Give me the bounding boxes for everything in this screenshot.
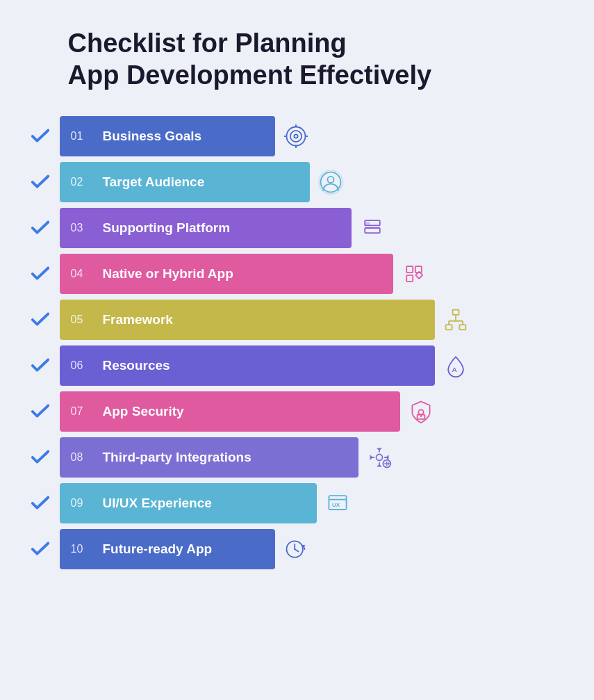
list-item: 06 Resources A (26, 345, 568, 386)
item-number: 08 (71, 451, 90, 464)
list-item: 05 Framework (26, 300, 568, 340)
item-number: 01 (71, 130, 90, 143)
checklist: 01 Business Goals 02 Target Audience (26, 116, 568, 569)
checkmark-icon (26, 356, 54, 375)
svg-rect-13 (406, 266, 413, 272)
main-container: Checklist for Planning App Development E… (26, 28, 568, 569)
list-item: 10 Future-ready App (26, 529, 568, 569)
list-item: 02 Target Audience (26, 162, 568, 202)
item-label: Business Goals (103, 129, 202, 144)
list-item: 08 Third-party Integrations (26, 437, 568, 478)
item-icon (367, 445, 392, 470)
item-icon (318, 170, 343, 195)
item-icon (402, 261, 427, 286)
list-item: 03 Supporting Platform (26, 208, 568, 248)
list-item: 01 Business Goals (26, 116, 568, 156)
bar-item: 08 Third-party Integrations (60, 437, 358, 478)
svg-point-1 (290, 131, 301, 142)
checkmark-icon (26, 172, 54, 192)
item-label: Resources (103, 358, 170, 373)
item-number: 03 (71, 222, 90, 234)
bar-item: 07 App Security (60, 391, 400, 432)
bar-item: 10 Future-ready App (60, 529, 275, 569)
checkmark-icon (26, 494, 54, 513)
item-label: Native or Hybrid App (103, 266, 233, 282)
bar-item: 09 UI/UX Experience (60, 483, 317, 523)
page-title: Checklist for Planning App Development E… (68, 28, 568, 91)
item-icon (409, 399, 434, 424)
item-label: Target Audience (103, 174, 205, 190)
svg-point-0 (286, 127, 305, 146)
checkmark-icon (26, 402, 54, 421)
bar-item: 04 Native or Hybrid App (60, 254, 393, 294)
svg-rect-19 (459, 325, 465, 329)
bar-item: 05 Framework (60, 300, 435, 340)
item-icon (283, 124, 308, 149)
svg-point-2 (294, 134, 297, 138)
checkmark-icon (26, 218, 54, 238)
svg-point-8 (327, 177, 333, 183)
item-icon (283, 537, 308, 562)
checkmark-icon (26, 448, 54, 467)
item-icon: UX (325, 491, 350, 516)
item-icon: A (443, 353, 468, 378)
svg-text:UX: UX (331, 503, 340, 509)
item-icon (360, 215, 385, 241)
svg-rect-17 (452, 310, 459, 315)
checkmark-icon (26, 264, 54, 284)
item-number: 02 (71, 176, 90, 188)
item-number: 06 (71, 359, 90, 372)
item-label: UI/UX Experience (103, 496, 212, 511)
item-icon (443, 307, 468, 332)
svg-rect-18 (445, 325, 452, 329)
item-number: 10 (71, 543, 90, 555)
item-number: 07 (71, 405, 90, 418)
svg-text:A: A (452, 366, 456, 373)
checkmark-icon (26, 539, 54, 559)
item-number: 09 (71, 497, 90, 510)
item-label: Third-party Integrations (103, 450, 251, 465)
item-label: Framework (103, 312, 173, 327)
svg-point-25 (418, 409, 423, 414)
bar-item: 06 Resources (60, 345, 435, 386)
item-label: App Security (103, 404, 184, 419)
bar-item: 02 Target Audience (60, 162, 310, 202)
svg-rect-11 (365, 228, 380, 233)
item-label: Supporting Platform (103, 220, 231, 236)
list-item: 09 UI/UX Experience UX (26, 483, 568, 523)
checkmark-icon (26, 310, 54, 329)
svg-rect-12 (365, 222, 370, 225)
list-item: 07 App Security (26, 391, 568, 432)
bar-item: 01 Business Goals (60, 116, 275, 156)
item-label: Future-ready App (103, 542, 213, 557)
list-item: 04 Native or Hybrid App (26, 254, 568, 294)
svg-line-37 (295, 549, 298, 552)
svg-rect-15 (406, 275, 413, 282)
checkmark-icon (26, 127, 54, 146)
svg-point-28 (376, 455, 382, 461)
bar-item: 03 Supporting Platform (60, 208, 352, 248)
item-number: 05 (71, 314, 90, 326)
item-number: 04 (71, 268, 90, 280)
